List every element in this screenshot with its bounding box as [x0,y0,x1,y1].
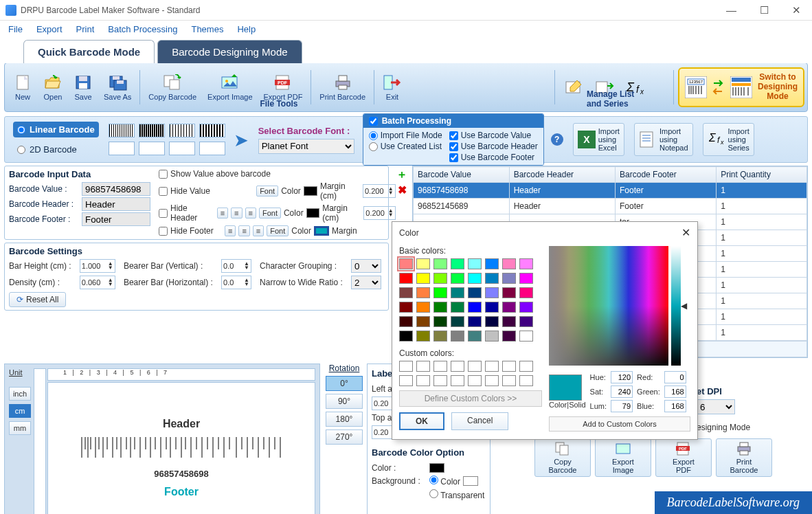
align-c-2[interactable]: ≡ [238,225,249,236]
basic-color-swatch[interactable] [433,316,447,327]
basic-color-swatch[interactable] [485,258,499,269]
basic-color-swatch[interactable] [416,331,430,342]
help-icon[interactable]: ? [551,133,563,146]
menu-print[interactable]: Print [76,24,95,34]
basic-color-swatch[interactable] [502,316,516,327]
save-as-button[interactable]: Save As [98,67,137,108]
color-gradient[interactable] [549,246,668,366]
luminosity-bar[interactable] [671,246,681,366]
grid-delete-row[interactable]: ✖ [396,183,408,196]
basic-color-swatch[interactable] [485,316,499,327]
custom-color-swatch[interactable] [433,361,447,372]
basic-color-swatch[interactable] [451,273,464,284]
use-footer-check[interactable]: Use Barcode Footer [449,153,538,162]
header-margin[interactable]: 0.200▲▼ [363,206,395,220]
basic-color-swatch[interactable] [468,258,482,269]
basic-color-swatch[interactable] [416,287,430,298]
basic-color-swatch[interactable] [399,258,413,269]
basic-color-swatch[interactable] [399,287,413,298]
new-button[interactable]: New [8,67,38,108]
blue-input[interactable] [664,400,686,412]
custom-color-swatch[interactable] [399,361,413,372]
custom-color-swatch[interactable] [416,375,430,386]
import-excel-button[interactable]: XImport using Excel [573,123,624,156]
hide-value-check[interactable]: Hide Value [159,186,216,196]
basic-color-swatch[interactable] [451,287,464,298]
import-series-button[interactable]: ΣfxImport using Series [703,123,754,156]
print-barcode-button[interactable]: Print Barcode [314,67,371,108]
reset-all-button[interactable]: ⟳Reset All [9,292,66,307]
custom-color-swatch[interactable] [468,361,482,372]
exit-button[interactable]: Exit [377,67,407,108]
menu-themes[interactable]: Themes [191,24,223,34]
grid-add-row[interactable]: ＋ [396,168,408,181]
basic-color-swatch[interactable] [519,258,533,269]
rotation-180[interactable]: 180° [326,412,363,427]
align-c-1[interactable]: ≡ [231,208,242,219]
basic-color-swatch[interactable] [416,302,430,313]
copy-barcode-button-2[interactable]: Copy Barcode [534,438,591,477]
basic-color-swatch[interactable] [451,331,464,342]
custom-color-swatch[interactable] [519,361,533,372]
barcode-font-select[interactable]: Planet Font [258,139,354,154]
import-file-radio[interactable]: Import File Mode [369,131,442,140]
bg-color-swatch[interactable] [463,476,478,486]
basic-color-swatch[interactable] [519,287,533,298]
bg-color-radio[interactable]: Color [429,476,460,487]
custom-color-swatch[interactable] [451,361,464,372]
custom-color-swatch[interactable] [468,375,482,386]
bearer-h-input[interactable]: 0.0▲▼ [221,276,251,289]
copy-barcode-button[interactable]: Copy Barcode [143,67,202,108]
rotation-270[interactable]: 270° [326,429,363,445]
basic-color-swatch[interactable] [399,273,413,284]
custom-color-swatch[interactable] [502,375,516,386]
2d-barcode-radio[interactable]: 2D Barcode [13,142,99,157]
open-button[interactable]: Open [38,67,68,108]
hide-header-check[interactable]: Hide Header [159,203,214,223]
barcode-footer-input[interactable] [82,212,150,226]
density-input[interactable]: 0.060▲▼ [80,276,115,289]
basic-color-swatch[interactable] [468,316,482,327]
tab-quick-barcode[interactable]: Quick Barcode Mode [23,40,155,63]
export-pdf-button-2[interactable]: PDFExport PDF [655,438,712,477]
color-cancel-button[interactable]: Cancel [451,412,508,430]
use-created-radio[interactable]: Use Created List [369,142,442,151]
header-color[interactable] [306,208,320,218]
sat-input[interactable] [611,386,633,398]
custom-color-swatch[interactable] [451,375,464,386]
barcode-color-swatch[interactable] [429,463,444,473]
basic-color-swatch[interactable] [433,273,447,284]
lum-arrow-icon[interactable]: ◀ [681,301,687,311]
custom-color-swatch[interactable] [399,375,413,386]
basic-color-swatch[interactable] [485,287,499,298]
basic-color-swatch[interactable] [416,273,430,284]
basic-color-swatch[interactable] [485,302,499,313]
header-font-btn[interactable]: Font [259,208,281,219]
align-l-2[interactable]: ≡ [225,225,236,236]
export-image-button-2[interactable]: Export Image [595,438,651,477]
menu-batch[interactable]: Batch Processing [108,24,177,34]
basic-color-swatch[interactable] [468,331,482,342]
basic-color-swatch[interactable] [433,302,447,313]
unit-inch[interactable]: inch [9,387,31,401]
add-custom-button[interactable]: Add to Custom Colors [549,416,690,432]
custom-color-swatch[interactable] [416,361,430,372]
rotation-0[interactable]: 0° [326,376,363,391]
save-button[interactable]: Save [68,67,98,108]
maximize-button[interactable]: ☐ [754,3,774,18]
align-r-2[interactable]: ≡ [253,225,264,236]
batch-checkbox[interactable] [369,117,378,126]
basic-color-swatch[interactable] [433,258,447,269]
unit-mm[interactable]: mm [9,421,31,435]
narrow-wide-select[interactable]: 2 [351,276,381,289]
hide-footer-check[interactable]: Hide Footer [159,226,222,236]
bar-height-input[interactable]: 1.000▲▼ [80,259,115,273]
show-value-above-check[interactable]: Show Value above barcode [159,169,396,179]
table-row[interactable]: 96852145689HeaderFooter1 [414,199,807,214]
basic-color-swatch[interactable] [416,258,430,269]
basic-color-swatch[interactable] [416,316,430,327]
color-dialog-close[interactable]: ✕ [681,226,690,239]
close-button[interactable]: ✕ [787,3,807,18]
barcode-value-input[interactable] [82,182,150,196]
use-header-check[interactable]: Use Barcode Header [449,142,538,151]
